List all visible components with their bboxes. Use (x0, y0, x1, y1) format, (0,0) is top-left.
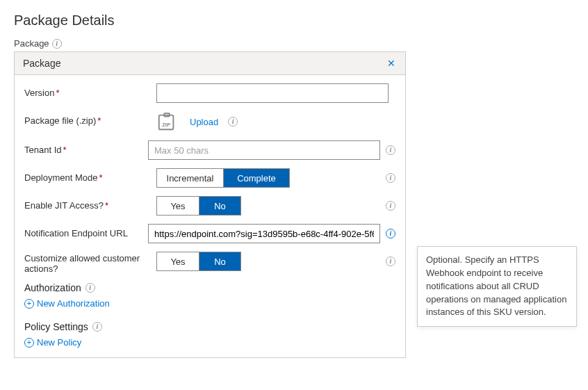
info-icon[interactable]: i (85, 283, 95, 293)
version-input[interactable] (156, 83, 389, 103)
deployment-mode-complete[interactable]: Complete (223, 169, 289, 187)
panel-header: Package ✕ (15, 52, 405, 75)
info-icon[interactable]: i (52, 39, 62, 49)
svg-text:ZIP: ZIP (162, 122, 170, 128)
tenant-id-input[interactable] (148, 140, 380, 160)
version-label: Version (24, 88, 54, 98)
package-sub-label: Package (14, 38, 49, 49)
upload-link[interactable]: Upload (190, 117, 218, 127)
page-title: Package Details (14, 13, 574, 29)
notification-url-tooltip: Optional. Specify an HTTPS Webhook endpo… (417, 246, 577, 327)
plus-icon: + (24, 299, 34, 309)
policy-section-label: Policy Settings (24, 321, 88, 332)
zip-file-icon: ZIP (156, 111, 177, 132)
info-icon[interactable]: i (386, 173, 395, 183)
new-authorization-text: New Authorization (37, 298, 110, 309)
new-policy-link[interactable]: + New Policy (24, 337, 81, 348)
enable-jit-no[interactable]: No (199, 197, 240, 215)
package-file-label: Package file (.zip) (24, 115, 96, 126)
panel-header-title: Package (23, 58, 60, 69)
package-panel: Package ✕ Version* Package file (.zip)* (14, 51, 406, 358)
authorization-section-label: Authorization (24, 282, 81, 293)
notification-url-input[interactable] (148, 224, 380, 243)
info-icon[interactable]: i (386, 201, 395, 211)
deployment-mode-label: Deployment Mode (24, 172, 98, 183)
info-icon[interactable]: i (386, 145, 395, 155)
customize-actions-label: Customize allowed customer actions? (24, 253, 140, 274)
deployment-mode-incremental[interactable]: Incremental (157, 169, 223, 187)
info-icon[interactable]: i (386, 257, 395, 266)
new-policy-text: New Policy (37, 337, 81, 348)
tooltip-text: Optional. Specify an HTTPS Webhook endpo… (426, 254, 566, 317)
close-icon[interactable]: ✕ (384, 56, 398, 70)
info-icon[interactable]: i (92, 322, 102, 332)
plus-icon: + (24, 338, 34, 348)
deployment-mode-toggle: Incremental Complete (156, 168, 290, 188)
info-icon[interactable]: i (228, 117, 238, 127)
customize-actions-toggle: Yes No (156, 252, 241, 271)
customize-actions-yes[interactable]: Yes (157, 252, 199, 270)
notification-url-label: Notification Endpoint URL (24, 228, 128, 238)
new-authorization-link[interactable]: + New Authorization (24, 298, 110, 309)
customize-actions-no[interactable]: No (199, 252, 240, 270)
info-icon[interactable]: i (386, 229, 395, 238)
enable-jit-yes[interactable]: Yes (157, 197, 199, 215)
enable-jit-label: Enable JIT Access? (24, 200, 104, 211)
enable-jit-toggle: Yes No (156, 196, 241, 216)
tenant-id-label: Tenant Id (24, 145, 62, 155)
